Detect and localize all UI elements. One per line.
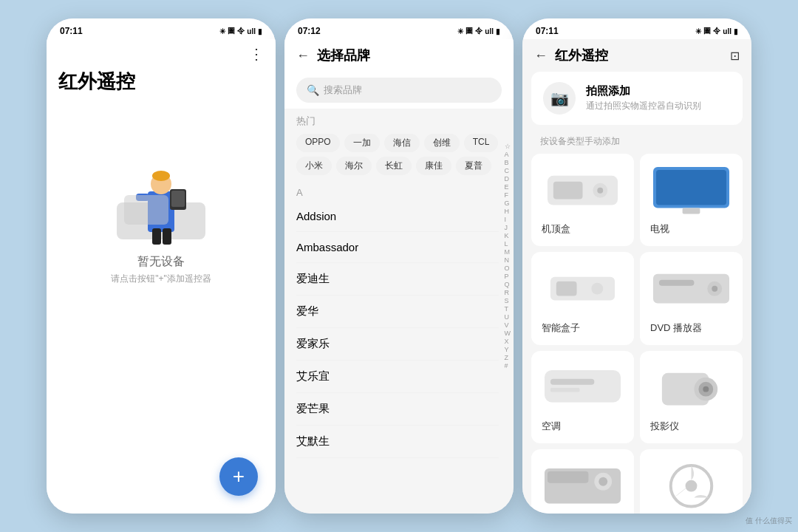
alpha-letter[interactable]: O [505, 265, 511, 272]
screen-2: ← 选择品牌 🔍 搜索品牌 热门 OPPO一加海信创维TCL小米海尔长虹康佳夏普… [284, 39, 514, 514]
alpha-letter[interactable]: Y [505, 346, 511, 353]
device-name: 投影仪 [650, 420, 679, 433]
phone2-nav: ← 选择品牌 [284, 39, 514, 72]
svg-point-24 [712, 286, 717, 292]
device-card-projector[interactable]: 投影仪 [640, 351, 743, 443]
bluetooth-icon: ✳ [219, 27, 225, 35]
brand-item[interactable]: 艾默生 [296, 426, 499, 458]
svg-rect-17 [683, 208, 700, 214]
empty-state: 暂无设备 请点击按钮"+"添加遥控器 [47, 106, 276, 285]
brand-item[interactable]: Addsion [296, 201, 499, 232]
alpha-letter[interactable]: V [505, 321, 511, 329]
alpha-letter[interactable]: ☆ [505, 143, 511, 150]
brand-tag[interactable]: 海信 [384, 134, 420, 152]
device-card-fan[interactable]: 风扇 [640, 449, 743, 514]
alpha-letter[interactable]: J [505, 224, 511, 231]
svg-rect-12 [553, 182, 583, 200]
brand-item[interactable]: 艾乐宜 [296, 361, 499, 393]
back-button-2[interactable]: ← [296, 48, 310, 64]
alpha-letter[interactable]: T [505, 305, 511, 313]
brand-tag[interactable]: 小米 [296, 157, 332, 175]
search-bar: 🔍 搜索品牌 [284, 72, 514, 109]
brand-item[interactable]: 爱家乐 [296, 328, 499, 361]
alpha-letter[interactable]: F [505, 191, 511, 199]
hot-brands-section: 热门 OPPO一加海信创维TCL小米海尔长虹康佳夏普 [284, 109, 514, 181]
alpha-letter[interactable]: G [505, 200, 511, 207]
alpha-letter[interactable]: I [505, 216, 511, 223]
back-button-3[interactable]: ← [534, 48, 548, 64]
alpha-index[interactable]: ☆ABCDEFGHIJKLMNOPQRSTUVWXYZ# [505, 143, 511, 369]
network-icon-2: ull [485, 27, 494, 35]
network-icon-3: ull [723, 27, 732, 35]
alpha-letter[interactable]: W [505, 330, 511, 337]
manual-section-label: 按设备类型手动添加 [522, 132, 751, 154]
brand-letter-header: A [296, 181, 499, 201]
device-name: 空调 [542, 420, 561, 433]
add-button[interactable]: + [219, 457, 258, 496]
svg-rect-22 [659, 280, 695, 286]
device-card-smartbox[interactable]: 智能盒子 [531, 252, 634, 344]
alpha-letter[interactable]: M [505, 248, 511, 256]
device-grid: 机顶盒电视智能盒子DVD 播放器空调投影仪功放机风扇相机灯泡 [522, 154, 751, 514]
brand-tag[interactable]: 夏普 [456, 157, 491, 175]
brand-tag[interactable]: 长虹 [376, 157, 412, 175]
signal-icon: 圖 [228, 26, 235, 36]
alpha-letter[interactable]: E [505, 183, 511, 191]
alpha-letter[interactable]: R [505, 289, 511, 296]
camera-icon: 📷 [543, 82, 576, 115]
alpha-letter[interactable]: K [505, 232, 511, 239]
svg-rect-25 [545, 370, 621, 403]
alpha-letter[interactable]: D [505, 175, 511, 183]
alpha-letter[interactable]: P [505, 273, 511, 280]
search-icon: 🔍 [307, 84, 319, 96]
alpha-letter[interactable]: Q [505, 281, 511, 288]
brand-item[interactable]: 爱芒果 [296, 393, 499, 426]
alpha-letter[interactable]: S [505, 297, 511, 304]
brand-tag[interactable]: 海尔 [336, 157, 372, 175]
time-1: 07:11 [60, 26, 83, 36]
alpha-letter[interactable]: Z [505, 354, 511, 361]
brand-tag[interactable]: 康佳 [416, 157, 451, 175]
svg-point-37 [686, 480, 698, 492]
photo-add-title: 拍照添加 [586, 84, 701, 98]
device-card-amplifier[interactable]: 功放机 [531, 449, 634, 514]
phone3-nav: ← 红外遥控 ⊡ [522, 39, 751, 72]
signal-icon-2: 圖 [466, 26, 473, 36]
svg-rect-16 [656, 170, 726, 205]
amplifier-icon [542, 460, 624, 512]
brand-item[interactable]: Ambassador [296, 232, 499, 263]
brand-tag[interactable]: OPPO [296, 134, 340, 152]
alpha-letter[interactable]: A [505, 151, 511, 158]
alpha-letter[interactable]: B [505, 159, 511, 166]
alpha-letter[interactable]: C [505, 167, 511, 174]
alpha-letter[interactable]: U [505, 313, 511, 321]
alpha-letter[interactable]: N [505, 256, 511, 264]
brand-item[interactable]: 爱华 [296, 296, 499, 328]
brand-item[interactable]: 爱迪生 [296, 263, 499, 296]
brand-tag[interactable]: 一加 [344, 134, 380, 152]
alpha-letter[interactable]: L [505, 240, 511, 248]
wifi-icon-3: 令 [713, 26, 720, 36]
status-bar-3: 07:11 ✳ 圖 令 ull ▮ [522, 18, 751, 39]
device-card-dvd[interactable]: DVD 播放器 [640, 252, 743, 344]
alpha-letter[interactable]: # [505, 362, 511, 369]
search-placeholder: 搜索品牌 [324, 83, 362, 97]
bluetooth-icon-3: ✳ [695, 27, 701, 35]
photo-add-card[interactable]: 📷 拍照添加 通过拍照实物遥控器自动识别 [531, 72, 743, 125]
device-card-ac[interactable]: 空调 [531, 351, 634, 443]
brand-tag[interactable]: TCL [464, 134, 499, 152]
battery-icon: ▮ [258, 27, 262, 35]
alpha-letter[interactable]: X [505, 338, 511, 345]
device-card-settopbox[interactable]: 机顶盒 [531, 154, 634, 246]
alpha-letter[interactable]: H [505, 208, 511, 215]
empty-main-text: 暂无设备 [137, 254, 185, 270]
status-icons-2: ✳ 圖 令 ull ▮ [457, 26, 500, 36]
expand-icon[interactable]: ⊡ [730, 49, 740, 63]
time-2: 07:12 [298, 26, 321, 36]
device-card-tv[interactable]: 电视 [640, 154, 743, 246]
brand-tag[interactable]: 创维 [424, 134, 460, 152]
search-input-box[interactable]: 🔍 搜索品牌 [296, 78, 502, 103]
more-icon[interactable]: ⋮ [249, 45, 264, 63]
svg-rect-2 [152, 228, 161, 245]
status-bar-2: 07:12 ✳ 圖 令 ull ▮ [284, 18, 514, 39]
